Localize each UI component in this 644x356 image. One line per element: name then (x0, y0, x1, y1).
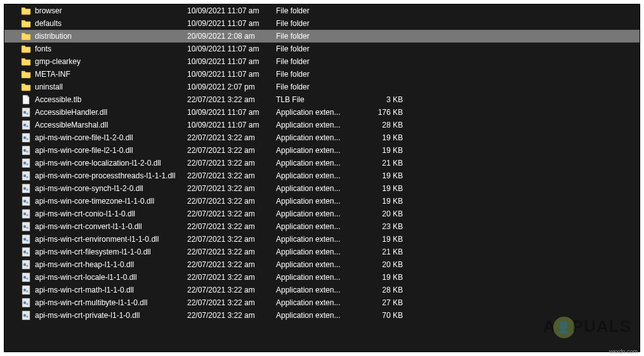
file-row[interactable]: AccessibleHandler.dll10/09/2021 11:07 am… (4, 106, 640, 119)
file-row[interactable]: api-ms-win-core-file-l1-2-0.dll22/07/202… (4, 131, 640, 144)
file-row[interactable]: fonts10/09/2021 11:07 amFile folder (4, 43, 640, 55)
file-name: api-ms-win-crt-environment-l1-1-0.dll (35, 235, 187, 244)
svg-point-28 (23, 225, 26, 228)
file-row[interactable]: uninstall10/09/2021 2:07 pmFile folder (4, 81, 640, 93)
svg-point-46 (23, 301, 26, 304)
file-size: 3 KB (358, 95, 403, 104)
file-date-modified: 22/07/2021 3:22 am (187, 311, 276, 320)
file-type: File folder (276, 32, 358, 41)
file-row[interactable]: api-ms-win-core-timezone-l1-1-0.dll22/07… (4, 195, 640, 208)
file-date-modified: 22/07/2021 3:22 am (187, 171, 276, 180)
dll-icon (21, 133, 31, 143)
dll-icon (21, 234, 31, 244)
file-row[interactable]: api-ms-win-crt-heap-l1-1-0.dll22/07/2021… (4, 258, 640, 271)
file-row[interactable]: browser10/09/2021 11:07 amFile folder (4, 4, 640, 17)
file-type: Application exten... (276, 286, 358, 294)
file-name: api-ms-win-crt-math-l1-1-0.dll (35, 286, 187, 294)
file-row[interactable]: api-ms-win-core-localization-l1-2-0.dll2… (4, 157, 640, 169)
file-row[interactable]: defaults10/09/2021 11:07 amFile folder (4, 17, 640, 30)
file-name: api-ms-win-core-timezone-l1-1-0.dll (35, 197, 187, 206)
file-size: 19 KB (358, 273, 403, 282)
file-date-modified: 22/07/2021 3:22 am (187, 184, 276, 193)
file-type: File folder (276, 70, 358, 79)
file-row[interactable]: api-ms-win-crt-environment-l1-1-0.dll22/… (4, 233, 640, 246)
svg-point-20 (26, 188, 28, 190)
dll-icon (21, 298, 31, 308)
file-date-modified: 22/07/2021 3:22 am (187, 95, 276, 104)
file-name: AccessibleHandler.dll (35, 108, 187, 117)
svg-point-2 (26, 112, 28, 114)
file-date-modified: 22/07/2021 3:22 am (187, 197, 276, 206)
svg-point-29 (26, 227, 28, 228)
file-name: api-ms-win-core-file-l2-1-0.dll (35, 146, 187, 155)
file-date-modified: 22/07/2021 3:22 am (187, 298, 276, 307)
file-row[interactable]: distribution20/09/2021 2:08 amFile folde… (4, 30, 640, 43)
file-type: Application exten... (276, 133, 358, 142)
file-row[interactable]: api-ms-win-crt-locale-l1-1-0.dll22/07/20… (4, 271, 640, 284)
file-type: Application exten... (276, 273, 358, 282)
file-row[interactable]: AccessibleMarshal.dll10/09/2021 11:07 am… (4, 119, 640, 131)
dll-icon (21, 120, 31, 130)
file-name: gmp-clearkey (35, 57, 187, 66)
file-type: File folder (276, 57, 358, 66)
file-date-modified: 22/07/2021 3:22 am (187, 209, 276, 218)
file-row[interactable]: api-ms-win-crt-math-l1-1-0.dll22/07/2021… (4, 284, 640, 296)
file-name: api-ms-win-crt-conio-l1-1-0.dll (35, 209, 187, 218)
file-name: api-ms-win-crt-multibyte-l1-1-0.dll (35, 298, 187, 307)
file-name: AccessibleMarshal.dll (35, 121, 187, 129)
file-row[interactable]: gmp-clearkey10/09/2021 11:07 amFile fold… (4, 55, 640, 68)
file-type: Application exten... (276, 159, 358, 168)
svg-point-40 (23, 276, 26, 279)
file-row[interactable]: META-INF10/09/2021 11:07 amFile folder (4, 68, 640, 81)
file-row[interactable]: api-ms-win-crt-multibyte-l1-1-0.dll22/07… (4, 296, 640, 309)
file-size: 20 KB (358, 260, 403, 269)
file-type: Application exten... (276, 184, 358, 193)
file-type: TLB File (276, 95, 358, 104)
dll-icon (21, 285, 31, 295)
svg-point-35 (26, 252, 28, 254)
file-name: distribution (35, 32, 187, 41)
file-size: 21 KB (358, 247, 403, 256)
file-type: File folder (276, 6, 358, 15)
file-size: 19 KB (358, 133, 403, 142)
svg-point-11 (26, 150, 28, 152)
file-date-modified: 22/07/2021 3:22 am (187, 222, 276, 231)
svg-point-16 (23, 175, 26, 177)
file-type: File folder (276, 44, 358, 53)
file-name: api-ms-win-crt-locale-l1-1-0.dll (35, 273, 187, 282)
dll-icon (21, 260, 31, 270)
folder-icon (21, 18, 31, 29)
file-size: 19 KB (358, 171, 403, 180)
file-row[interactable]: Accessible.tlb22/07/2021 3:22 amTLB File… (4, 93, 640, 106)
file-name: api-ms-win-core-synch-l1-2-0.dll (35, 184, 187, 193)
file-row[interactable]: api-ms-win-crt-convert-l1-1-0.dll22/07/2… (4, 220, 640, 233)
file-size: 23 KB (358, 222, 403, 231)
file-row[interactable]: api-ms-win-crt-conio-l1-1-0.dll22/07/202… (4, 208, 640, 220)
svg-point-31 (23, 238, 26, 241)
file-date-modified: 22/07/2021 3:22 am (187, 247, 276, 256)
dll-icon (21, 209, 31, 219)
file-date-modified: 10/09/2021 2:07 pm (187, 82, 276, 91)
svg-point-49 (23, 314, 26, 317)
file-type: Application exten... (276, 235, 358, 244)
file-type: Application exten... (276, 146, 358, 155)
file-list[interactable]: browser10/09/2021 11:07 amFile folderdef… (4, 4, 640, 322)
file-explorer-view[interactable]: browser10/09/2021 11:07 amFile folderdef… (4, 4, 640, 352)
svg-point-25 (23, 213, 26, 215)
file-size: 28 KB (358, 286, 403, 294)
folder-icon (21, 44, 31, 54)
dll-icon (21, 107, 31, 117)
file-row[interactable]: api-ms-win-crt-private-l1-1-0.dll22/07/2… (4, 309, 640, 322)
file-date-modified: 10/09/2021 11:07 am (187, 57, 276, 66)
file-size: 19 KB (358, 146, 403, 155)
file-row[interactable]: api-ms-win-core-file-l2-1-0.dll22/07/202… (4, 144, 640, 157)
file-row[interactable]: api-ms-win-core-processthreads-l1-1-1.dl… (4, 169, 640, 182)
dll-icon (21, 310, 31, 320)
folder-icon (21, 6, 31, 16)
file-date-modified: 10/09/2021 11:07 am (187, 19, 276, 28)
file-row[interactable]: api-ms-win-core-synch-l1-2-0.dll22/07/20… (4, 182, 640, 195)
dll-icon (21, 145, 31, 155)
file-size: 27 KB (358, 298, 403, 307)
file-row[interactable]: api-ms-win-crt-filesystem-l1-1-0.dll22/0… (4, 246, 640, 258)
file-size: 28 KB (358, 121, 403, 129)
